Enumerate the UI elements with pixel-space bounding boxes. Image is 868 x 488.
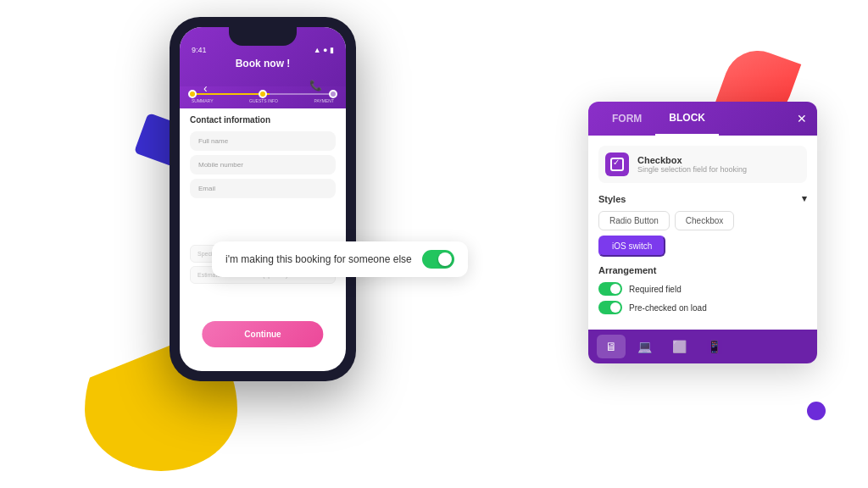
required-field-toggle-thumb (610, 284, 620, 294)
progress-dot-3 (329, 90, 337, 98)
styles-section-title: Styles ▾ (598, 193, 807, 204)
toggle-label: i'm making this booking for someone else (225, 253, 412, 265)
component-description: Single selection field for hooking (637, 165, 747, 174)
checkbox-icon-container (605, 152, 629, 176)
tab-block[interactable]: BLOCK (655, 102, 719, 136)
tab-form[interactable]: FORM (598, 103, 655, 135)
decorative-purple-circle (807, 402, 826, 420)
arrangement-section-title: Arrangement (598, 265, 807, 275)
checkbox-style[interactable]: Checkbox (675, 211, 734, 230)
required-field-label: Required field (629, 285, 682, 294)
progress-label-1: SUMMARY (192, 98, 213, 103)
ios-switch-style[interactable]: iOS switch (598, 236, 665, 257)
desktop-view-button[interactable]: 🖥 (597, 335, 626, 358)
pre-checked-label: Pre-checked on load (629, 303, 707, 313)
panel-close-button[interactable]: ✕ (797, 112, 807, 125)
panel-header: FORM BLOCK ✕ (588, 102, 817, 136)
required-field-row: Required field (598, 282, 807, 296)
booking-for-other-toggle[interactable] (422, 250, 454, 269)
progress-dot-2 (259, 90, 267, 98)
email-input[interactable]: Email (190, 179, 336, 198)
mobile-input[interactable]: Mobile number (190, 155, 336, 175)
pre-checked-toggle[interactable] (598, 301, 622, 314)
phone-title: Book now ! (192, 58, 334, 69)
style-buttons-row: Radio Button Checkbox (598, 211, 807, 230)
progress-bar: SUMMARY GUESTS INFO PAYMENT (180, 86, 346, 108)
tablet-landscape-view-button[interactable]: 💻 (629, 335, 660, 358)
panel-body: Checkbox Single selection field for hook… (588, 136, 817, 330)
phone-icons: ▲ ● ▮ (314, 46, 334, 54)
mobile-view-button[interactable]: 📱 (698, 335, 730, 358)
phone-frame: 9:41 ▲ ● ▮ ‹ Book now ! 📞 (170, 17, 356, 381)
phone-time: 9:41 (192, 46, 207, 54)
contact-title: Contact information (190, 115, 336, 125)
checkbox-icon (610, 158, 624, 171)
progress-label-3: PAYMENT (314, 98, 334, 103)
toggle-thumb (438, 252, 452, 266)
continue-button[interactable]: Continue (202, 321, 323, 347)
pre-checked-row: Pre-checked on load (598, 301, 807, 314)
panel-toolbar: 🖥 💻 ⬜ 📱 (588, 330, 817, 363)
toggle-card: i'm making this booking for someone else (212, 241, 468, 277)
component-item: Checkbox Single selection field for hook… (598, 146, 807, 183)
component-name: Checkbox (637, 155, 747, 165)
pre-checked-toggle-thumb (610, 302, 620, 313)
progress-label-2: GUESTS INFO (249, 98, 278, 103)
full-name-input[interactable]: Full name (190, 131, 336, 151)
required-field-toggle[interactable] (598, 282, 622, 296)
phone-notch (229, 27, 297, 46)
side-panel: FORM BLOCK ✕ Checkbox Single selection f… (588, 102, 817, 363)
progress-labels: SUMMARY GUESTS INFO PAYMENT (188, 98, 337, 103)
phone-screen: 9:41 ▲ ● ▮ ‹ Book now ! 📞 (180, 27, 346, 371)
tablet-portrait-view-button[interactable]: ⬜ (664, 335, 695, 358)
radio-button-style[interactable]: Radio Button (598, 211, 670, 230)
component-info: Checkbox Single selection field for hook… (637, 155, 747, 174)
styles-chevron-icon: ▾ (802, 193, 807, 204)
progress-dot-1 (188, 90, 197, 98)
